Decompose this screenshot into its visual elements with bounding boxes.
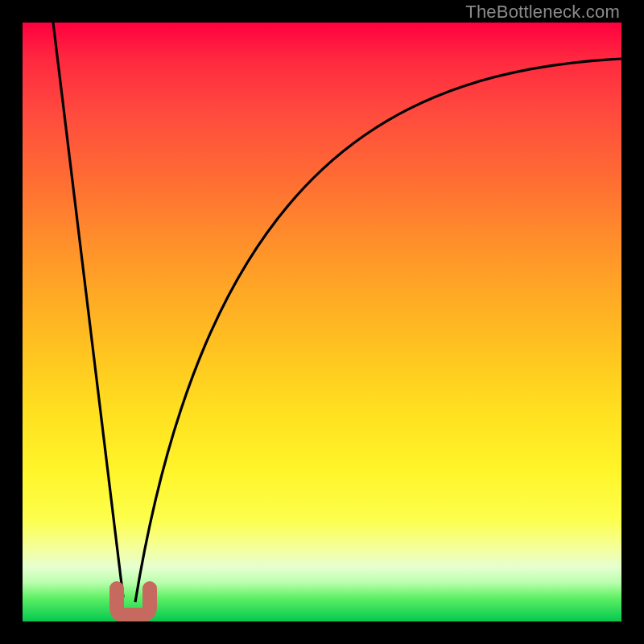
minimum-marker-dot (109, 584, 123, 597)
chart-plot-area (23, 23, 621, 621)
curve-right-segment (135, 59, 621, 602)
curve-left-segment (53, 23, 123, 597)
watermark-text: TheBottleneck.com (465, 2, 620, 23)
bottleneck-curve (23, 23, 621, 621)
